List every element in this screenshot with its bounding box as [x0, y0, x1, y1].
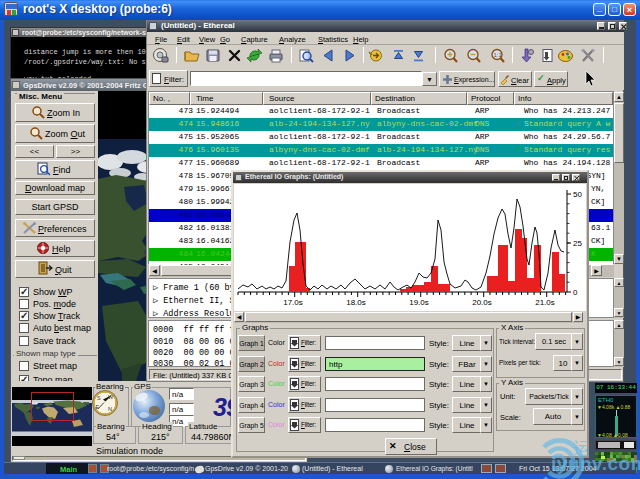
- svg-text:iyunv.com: iyunv.com: [551, 453, 640, 474]
- svg-text:S: S: [97, 395, 101, 401]
- svg-text:1:1: 1:1: [494, 52, 503, 58]
- svg-text:N: N: [108, 406, 112, 412]
- svg-text:E: E: [96, 404, 100, 410]
